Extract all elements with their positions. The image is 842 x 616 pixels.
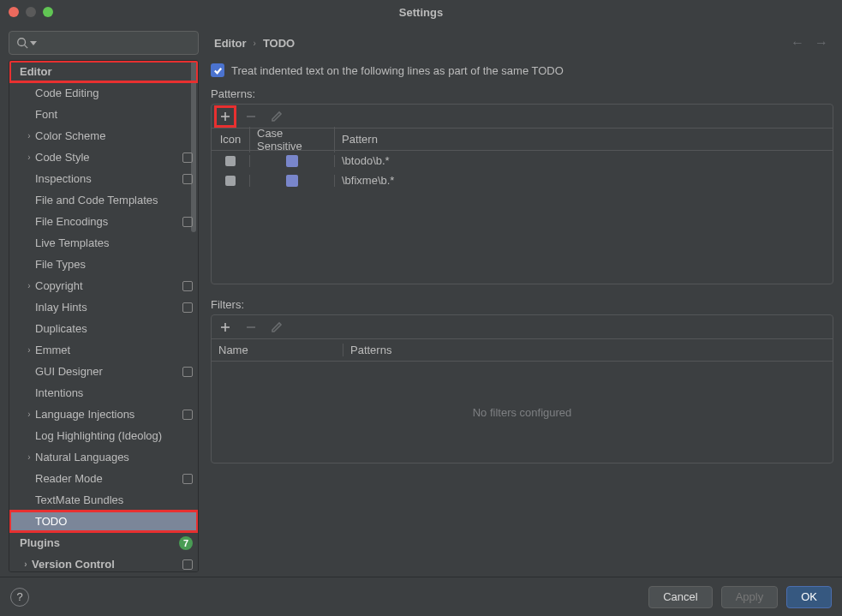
chevron-right-icon: ›: [23, 410, 35, 419]
breadcrumb-todo: TODO: [263, 37, 295, 50]
pattern-icon-cell: [212, 176, 249, 186]
nav-back-icon: ←: [791, 35, 804, 51]
svg-point-0: [18, 39, 26, 46]
tree-item-natural-languages[interactable]: ›Natural Languages: [9, 446, 198, 468]
tree-item-label: Duplicates: [35, 322, 193, 335]
tree-item-label: TextMate Bundles: [35, 493, 193, 506]
tree-item-label: Emmet: [35, 344, 193, 356]
settings-tree[interactable]: EditorCode EditingFont›Color Scheme›Code…: [9, 60, 199, 572]
tree-item-editor[interactable]: Editor: [9, 61, 198, 82]
edit-filter-button: [268, 319, 285, 336]
todo-icon: [225, 176, 236, 186]
col-case-sensitive[interactable]: Case Sensitive: [249, 127, 335, 153]
help-button[interactable]: ?: [10, 588, 29, 607]
chevron-right-icon: ›: [23, 281, 35, 290]
tree-item-color-scheme[interactable]: ›Color Scheme: [9, 125, 198, 147]
tree-item-label: Live Templates: [35, 236, 193, 249]
chevron-right-icon: ›: [23, 452, 35, 462]
tree-item-inspections[interactable]: Inspections: [9, 168, 198, 189]
scope-icon: [182, 367, 193, 377]
treat-indented-checkbox-row[interactable]: Treat indented text on the following lin…: [211, 63, 833, 77]
chevron-right-icon: ›: [20, 559, 32, 569]
close-window-icon[interactable]: [9, 7, 19, 17]
breadcrumb-editor[interactable]: Editor: [214, 37, 247, 50]
search-input[interactable]: [9, 31, 199, 55]
badge: 7: [179, 536, 193, 550]
tree-item-log-highlighting-ideolog-[interactable]: Log Highlighting (Ideolog): [9, 425, 198, 446]
pattern-icon-cell: [212, 156, 249, 166]
tree-item-font[interactable]: Font: [9, 104, 198, 125]
tree-item-duplicates[interactable]: Duplicates: [9, 318, 198, 339]
scope-icon: [182, 217, 193, 227]
svg-line-1: [25, 45, 28, 49]
remove-filter-button: [242, 319, 260, 336]
tree-item-label: Code Style: [35, 151, 182, 164]
zoom-window-icon[interactable]: [43, 7, 53, 17]
chevron-right-icon: ›: [23, 131, 35, 141]
tree-item-version-control[interactable]: ›Version Control: [9, 553, 198, 572]
tree-item-file-types[interactable]: File Types: [9, 254, 198, 275]
titlebar: Settings: [0, 0, 842, 24]
scope-icon: [182, 410, 193, 420]
tree-item-code-editing[interactable]: Code Editing: [9, 82, 198, 104]
pattern-row[interactable]: \btodo\b.*: [212, 151, 833, 170]
pattern-text-cell: \bfixme\b.*: [335, 174, 833, 187]
scope-icon: [182, 153, 193, 163]
pattern-case-sensitive-cell[interactable]: [249, 175, 335, 187]
tree-item-intentions[interactable]: Intentions: [9, 382, 198, 404]
scope-icon: [182, 281, 193, 291]
pattern-row[interactable]: \bfixme\b.*: [212, 170, 833, 190]
tree-item-label: Inlay Hints: [35, 301, 182, 314]
sidebar: EditorCode EditingFont›Color Scheme›Code…: [9, 31, 199, 572]
tree-item-label: Reader Mode: [35, 472, 182, 485]
col-icon[interactable]: Icon: [212, 133, 249, 146]
checkbox-unchecked-icon[interactable]: [286, 155, 298, 167]
filters-toolbar: [212, 315, 833, 339]
pattern-case-sensitive-cell[interactable]: [249, 155, 335, 167]
tree-item-emmet[interactable]: ›Emmet: [9, 339, 198, 361]
tree-item-label: TODO: [35, 515, 193, 528]
add-pattern-button[interactable]: [217, 108, 234, 125]
col-pattern[interactable]: Pattern: [335, 133, 833, 146]
todo-icon: [225, 156, 236, 166]
window-title: Settings: [399, 6, 443, 19]
nav-forward-icon: →: [815, 35, 828, 51]
tree-item-todo[interactable]: TODO: [9, 511, 198, 532]
cancel-button[interactable]: Cancel: [648, 586, 712, 608]
tree-item-live-templates[interactable]: Live Templates: [9, 232, 198, 254]
tree-item-plugins[interactable]: Plugins7: [9, 532, 198, 553]
tree-item-language-injections[interactable]: ›Language Injections: [9, 404, 198, 425]
minimize-window-icon: [26, 7, 36, 17]
tree-item-code-style[interactable]: ›Code Style: [9, 147, 198, 168]
tree-item-file-encodings[interactable]: File Encodings: [9, 211, 198, 232]
tree-item-textmate-bundles[interactable]: TextMate Bundles: [9, 489, 198, 511]
main-panel: Editor › TODO ← → Treat indented text on…: [211, 31, 833, 572]
tree-item-file-and-code-templates[interactable]: File and Code Templates: [9, 189, 198, 211]
tree-item-inlay-hints[interactable]: Inlay Hints: [9, 296, 198, 318]
add-filter-button[interactable]: [217, 319, 234, 336]
filters-table: Name Patterns No filters configured: [211, 314, 833, 463]
chevron-right-icon: ›: [23, 345, 35, 355]
patterns-header: Icon Case Sensitive Pattern: [212, 129, 833, 151]
treat-indented-label: Treat indented text on the following lin…: [231, 64, 564, 77]
tree-item-label: Color Scheme: [35, 129, 193, 142]
tree-item-label: Log Highlighting (Ideolog): [35, 429, 193, 442]
tree-item-reader-mode[interactable]: Reader Mode: [9, 468, 198, 489]
tree-item-label: Version Control: [32, 558, 182, 571]
tree-item-label: Copyright: [35, 279, 182, 292]
col-patterns[interactable]: Patterns: [343, 344, 833, 356]
tree-item-label: Intentions: [35, 386, 193, 399]
tree-item-label: File and Code Templates: [35, 194, 193, 206]
filters-label: Filters:: [211, 298, 833, 311]
patterns-label: Patterns:: [211, 87, 833, 100]
tree-item-label: Natural Languages: [35, 451, 193, 463]
checkbox-unchecked-icon[interactable]: [286, 175, 298, 187]
tree-item-copyright[interactable]: ›Copyright: [9, 275, 198, 296]
col-name[interactable]: Name: [212, 344, 343, 356]
tree-item-gui-designer[interactable]: GUI Designer: [9, 361, 198, 382]
traffic-lights: [9, 7, 53, 17]
ok-button[interactable]: OK: [786, 586, 832, 608]
tree-item-label: Font: [35, 108, 193, 121]
filter-dropdown-icon[interactable]: [30, 41, 37, 45]
checkbox-icon[interactable]: [211, 63, 224, 77]
